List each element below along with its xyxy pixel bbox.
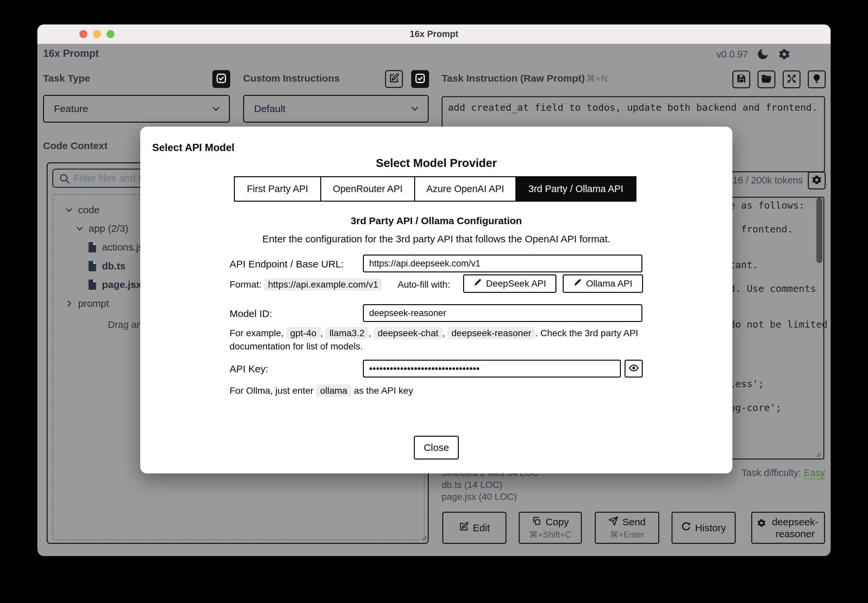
code-context-label: Code Context bbox=[43, 140, 107, 152]
model-provider-heading: Select Model Provider bbox=[140, 156, 732, 170]
tree-item-page-jsx[interactable]: page.jsx bbox=[87, 277, 141, 292]
selected-file-2: page.jsx (40 LOC) bbox=[442, 491, 539, 503]
format-label: Format: bbox=[229, 279, 261, 289]
tree-item-code[interactable]: code bbox=[65, 203, 99, 217]
send-shortcut: ⌘+Enter bbox=[610, 530, 644, 540]
tree-item-app[interactable]: app (2/3) bbox=[76, 221, 129, 236]
model-id-input[interactable] bbox=[363, 304, 642, 322]
tree-item-label: prompt bbox=[78, 298, 109, 309]
tab-first-party-api[interactable]: First Party API bbox=[234, 176, 321, 202]
toggle-api-key-visibility-button[interactable] bbox=[625, 360, 643, 377]
tab-azure-openai-api[interactable]: Azure OpenAI API bbox=[414, 176, 516, 202]
pen-icon bbox=[573, 278, 582, 289]
endpoint-label: API Endpoint / Base URL: bbox=[229, 258, 344, 270]
model-example-chip: deepseek-chat bbox=[374, 327, 443, 339]
tree-item-db-ts[interactable]: db.ts bbox=[87, 259, 126, 274]
endpoint-format-hint: Format: https://api.example.com/v1 bbox=[229, 278, 382, 291]
save-icon bbox=[736, 73, 747, 85]
model-example-chip: deepseek-reasoner bbox=[448, 327, 535, 339]
resize-grip-icon[interactable] bbox=[420, 533, 427, 541]
task-instruction-shortcut: ⌘+N bbox=[586, 73, 608, 83]
gear-icon bbox=[811, 174, 822, 187]
configuration-description: Enter the configuration for the 3rd part… bbox=[140, 233, 732, 245]
custom-instructions-value: Default bbox=[254, 103, 285, 114]
api-key-input[interactable] bbox=[363, 360, 621, 377]
token-settings-button[interactable] bbox=[808, 172, 826, 189]
autofill-deepseek-label: DeepSeek API bbox=[486, 278, 546, 289]
task-type-select[interactable]: Feature bbox=[43, 95, 230, 123]
hint-sep: , bbox=[321, 328, 326, 338]
task-instruction-label: Task Instruction (Raw Prompt) bbox=[442, 73, 585, 83]
endpoint-input[interactable] bbox=[363, 255, 642, 272]
arrows-out-icon bbox=[786, 73, 797, 85]
hint-text: . Check the 3rd party API bbox=[535, 328, 638, 338]
hint-sep: , bbox=[369, 328, 374, 338]
dialog-title: Select API Model bbox=[152, 142, 234, 154]
autofill-deepseek-button[interactable]: DeepSeek API bbox=[463, 274, 556, 293]
pencil-square-icon bbox=[389, 73, 399, 85]
app-header: 16x Prompt v0.0.97 bbox=[37, 44, 831, 64]
select-api-model-dialog: Select API Model Select Model Provider F… bbox=[140, 127, 732, 473]
model-selector-button[interactable]: deepseek-reasoner bbox=[751, 512, 825, 544]
scrollbar-thumb[interactable] bbox=[817, 198, 822, 263]
history-button[interactable]: History bbox=[671, 512, 736, 544]
edit-custom-instructions-button[interactable] bbox=[385, 70, 403, 88]
copy-button-label: Copy bbox=[546, 516, 569, 527]
chevron-right-icon bbox=[65, 299, 73, 308]
eye-icon bbox=[629, 363, 639, 374]
lightbulb-icon-button[interactable] bbox=[808, 70, 826, 88]
paper-plane-icon bbox=[608, 516, 618, 528]
copy-shortcut: ⌘+Shift+C bbox=[529, 530, 571, 540]
task-instruction-text: add created_at field to todos, update bo… bbox=[443, 97, 824, 118]
close-button[interactable]: Close bbox=[414, 436, 459, 459]
final-prompt-text: e as follows: frontend. tant. d. Use com… bbox=[729, 199, 828, 414]
send-button-label: Send bbox=[622, 516, 645, 527]
expand-icon-button[interactable] bbox=[783, 70, 801, 88]
tree-item-prompt[interactable]: prompt bbox=[65, 296, 109, 311]
hint-text: For Ollma, just enter bbox=[229, 385, 316, 396]
task-difficulty-label: Task difficulty: bbox=[741, 467, 801, 478]
checkbox-icon bbox=[414, 73, 426, 85]
task-type-toggle-button[interactable] bbox=[212, 70, 230, 88]
edit-button-label: Edit bbox=[473, 522, 490, 533]
model-name: deepseek-reasoner bbox=[770, 516, 820, 540]
open-prompt-button[interactable] bbox=[758, 70, 775, 88]
chevron-down-icon bbox=[65, 206, 73, 214]
moon-icon[interactable] bbox=[756, 48, 769, 61]
task-difficulty-value[interactable]: Easy bbox=[804, 467, 825, 478]
provider-tabs: First Party API OpenRouter API Azure Ope… bbox=[234, 176, 637, 202]
hint-text: as the API key bbox=[351, 385, 413, 396]
send-button[interactable]: Send ⌘+Enter bbox=[595, 512, 659, 544]
api-key-label: API Key: bbox=[229, 363, 268, 374]
chevron-down-icon bbox=[76, 224, 84, 233]
api-key-hint: For Ollma, just enter ollama as the API … bbox=[229, 384, 413, 397]
tree-item-actions-js[interactable]: actions.js bbox=[87, 240, 143, 255]
chevron-down-icon bbox=[212, 105, 220, 113]
tab-3rd-party-ollama-api[interactable]: 3rd Party / Ollama API bbox=[515, 176, 637, 202]
selected-file-1: db.ts (14 LOC) bbox=[442, 479, 539, 491]
autofill-label: Auto-fill with: bbox=[398, 278, 450, 291]
tree-item-label: db.ts bbox=[102, 261, 126, 272]
history-button-label: History bbox=[695, 522, 726, 533]
ollama-chip: ollama bbox=[316, 385, 351, 397]
custom-instructions-toggle-button[interactable] bbox=[411, 70, 429, 88]
screen: 16x Prompt 16x Prompt v0.0.97 Task Type … bbox=[0, 0, 868, 603]
pen-icon bbox=[473, 278, 482, 289]
history-icon bbox=[681, 522, 691, 534]
gear-icon bbox=[756, 518, 766, 530]
save-prompt-button[interactable] bbox=[732, 70, 750, 88]
autofill-ollama-button[interactable]: Ollama API bbox=[563, 274, 643, 293]
resize-grip-icon[interactable] bbox=[814, 450, 822, 458]
custom-instructions-label: Custom Instructions bbox=[243, 73, 340, 84]
copy-button[interactable]: Copy ⌘+Shift+C bbox=[519, 512, 582, 544]
file-icon bbox=[87, 279, 97, 290]
model-id-label: Model ID: bbox=[229, 308, 272, 319]
tab-openrouter-api[interactable]: OpenRouter API bbox=[320, 176, 415, 202]
search-icon bbox=[59, 173, 70, 186]
pencil-square-icon bbox=[459, 522, 469, 534]
model-example-chip: llama3.2 bbox=[326, 327, 369, 339]
checkbox-icon bbox=[215, 73, 227, 85]
edit-button[interactable]: Edit bbox=[442, 512, 507, 544]
custom-instructions-select[interactable]: Default bbox=[243, 95, 429, 123]
gear-icon[interactable] bbox=[778, 48, 791, 61]
